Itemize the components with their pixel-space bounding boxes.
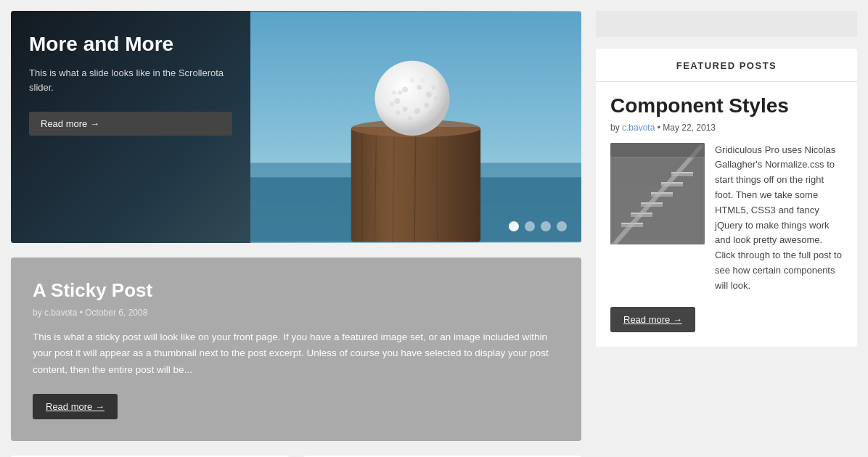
slider: More and More This is what a slide looks… — [11, 11, 581, 243]
svg-point-19 — [398, 90, 402, 94]
svg-point-27 — [390, 102, 394, 106]
sticky-post-date: October 6, 2008 — [85, 308, 147, 318]
slider-svg — [250, 11, 581, 243]
featured-post-date: May 22, 2013 — [663, 123, 716, 133]
featured-post-text: Gridiculous Pro uses Nicolas Gallagher's… — [715, 143, 843, 294]
svg-point-20 — [410, 78, 415, 83]
svg-point-21 — [421, 78, 425, 83]
sidebar: FEATURED POSTS Component Styles by c.bav… — [596, 11, 857, 457]
svg-point-22 — [432, 86, 436, 90]
featured-posts-header: FEATURED POSTS — [596, 49, 857, 82]
sticky-post-meta: by c.bavota • October 6, 2008 — [33, 308, 560, 318]
sticky-post-excerpt: This is what a sticky post will look lik… — [33, 329, 560, 378]
svg-point-25 — [408, 116, 412, 120]
sticky-post-read-more-button[interactable]: Read more → — [33, 394, 118, 419]
sidebar-top-bar — [596, 11, 857, 37]
slider-read-more-button[interactable]: Read more → — [29, 112, 232, 136]
svg-point-17 — [403, 107, 408, 112]
svg-point-11 — [375, 61, 450, 136]
featured-post-meta: by c.bavota • May 22, 2013 — [596, 123, 857, 133]
svg-rect-44 — [610, 143, 705, 157]
featured-read-more-label: Read more → — [623, 314, 682, 325]
slider-description: This is what a slide looks like in the S… — [29, 66, 232, 94]
featured-by-label: by — [610, 123, 622, 133]
svg-point-12 — [402, 87, 408, 93]
svg-point-16 — [414, 108, 420, 114]
featured-post-body: Gridiculous Pro uses Nicolas Gallagher's… — [596, 143, 857, 294]
slider-read-more-label: Read more → — [41, 118, 99, 129]
escalator-svg — [610, 143, 705, 244]
by-label: by — [33, 308, 44, 318]
sticky-post-title: A Sticky Post — [33, 279, 560, 302]
svg-point-18 — [394, 98, 400, 104]
main-content: More and More This is what a slide looks… — [11, 11, 581, 457]
svg-line-9 — [462, 129, 463, 242]
featured-post-author[interactable]: c.bavota — [622, 123, 655, 133]
slider-dot-2[interactable] — [525, 221, 535, 231]
featured-post-title: Component Styles — [596, 94, 857, 118]
slider-overlay: More and More This is what a slide looks… — [11, 11, 250, 243]
svg-point-26 — [396, 110, 400, 115]
svg-point-13 — [417, 85, 422, 90]
svg-point-23 — [434, 96, 438, 100]
page-wrapper: More and More This is what a slide looks… — [0, 0, 868, 457]
slider-title: More and More — [29, 33, 232, 56]
slider-dot-4[interactable] — [557, 221, 567, 231]
featured-posts-widget: FEATURED POSTS Component Styles by c.bav… — [596, 49, 857, 347]
sticky-post: A Sticky Post by c.bavota • October 6, 2… — [11, 258, 581, 441]
slider-dot-1[interactable] — [509, 221, 519, 231]
slider-image — [250, 11, 581, 243]
svg-point-15 — [424, 103, 429, 108]
svg-point-24 — [430, 110, 434, 115]
svg-point-14 — [426, 91, 432, 97]
slider-dots — [509, 221, 567, 231]
slider-dot-3[interactable] — [541, 221, 551, 231]
featured-post-read-more-button[interactable]: Read more → — [610, 307, 695, 332]
sticky-post-author[interactable]: c.bavota — [44, 308, 77, 318]
dot-separator: • — [77, 308, 85, 318]
featured-post-thumbnail — [610, 143, 705, 244]
svg-point-28 — [392, 90, 396, 94]
sticky-post-read-more-label: Read more → — [46, 401, 105, 412]
featured-dot: • — [655, 123, 663, 133]
